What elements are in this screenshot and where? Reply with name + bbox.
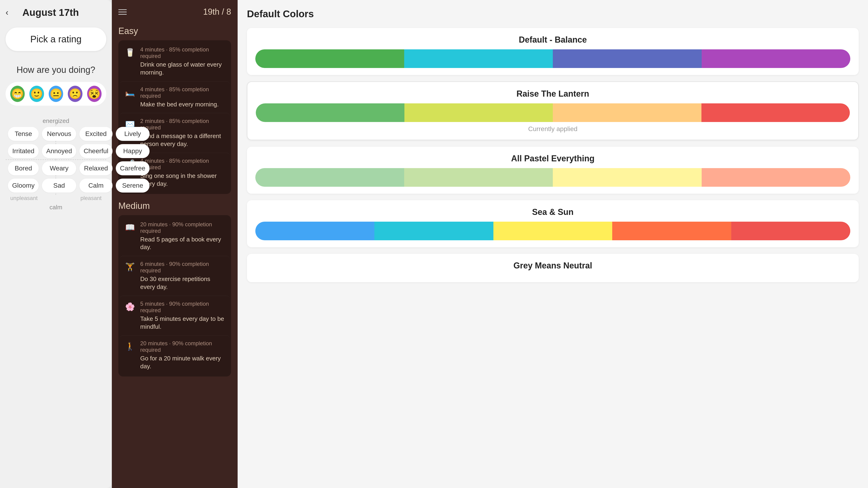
habit-walk-meta: 20 minutes · 90% completion required (140, 340, 225, 353)
section-easy-label: Easy (118, 26, 231, 36)
hamburger-menu[interactable] (118, 9, 127, 15)
theme-raise-lantern-bar (256, 103, 850, 122)
mood-tag-irritated[interactable]: Irritated (8, 144, 39, 158)
theme-sea-sun-bar (255, 222, 850, 240)
habit-exercise-text: 6 minutes · 90% completion required Do 3… (140, 261, 225, 291)
habit-walk[interactable]: 🚶 20 minutes · 90% completion required G… (120, 335, 230, 375)
mood-tag-nervous[interactable]: Nervous (42, 127, 76, 141)
color-seg-2 (404, 50, 553, 68)
habit-mindful[interactable]: 🌸 5 minutes · 90% completion required Ta… (120, 296, 230, 335)
mood-panel: ‹ August 17th Pick a rating How are you … (0, 0, 112, 488)
color-seg-2 (404, 103, 553, 122)
habit-bed-icon: 🛏️ (124, 86, 136, 98)
color-seg-3 (553, 50, 702, 68)
axis-bottom-label: calm (8, 204, 104, 211)
emoji-bad[interactable]: 🙁 (68, 86, 82, 102)
mood-tag-excited[interactable]: Excited (80, 127, 113, 141)
color-seg-1 (256, 103, 404, 122)
habit-exercise[interactable]: 🏋️ 6 minutes · 90% completion required D… (120, 256, 230, 296)
back-button[interactable]: ‹ (6, 8, 8, 18)
theme-sea-sun[interactable]: Sea & Sun (247, 200, 859, 247)
mood-tag-lively[interactable]: Lively (116, 127, 150, 141)
colors-title: Default Colors (247, 8, 859, 20)
habit-water-icon: 🥛 (124, 46, 136, 59)
medium-habits-section: 📖 20 minutes · 90% completion required R… (118, 215, 231, 377)
color-seg-3 (553, 168, 702, 187)
emoji-neutral[interactable]: 😐 (49, 86, 63, 102)
habits-header: 19th / 8 (118, 7, 231, 17)
mood-tag-serene[interactable]: Serene (116, 178, 150, 193)
theme-all-pastel[interactable]: All Pastel Everything (247, 147, 859, 194)
habit-bed[interactable]: 🛏️ 4 minutes · 85% completion required M… (120, 81, 230, 113)
mood-header: ‹ August 17th (6, 7, 106, 18)
theme-grey-neutral-title: Grey Means Neutral (255, 261, 850, 270)
color-seg-1 (255, 168, 404, 187)
how-doing-label: How are you doing? (6, 65, 106, 75)
pick-rating-button[interactable]: Pick a rating (6, 28, 106, 51)
habit-read-meta: 20 minutes · 90% completion required (140, 221, 225, 234)
mood-tag-carefree[interactable]: Carefree (116, 161, 150, 175)
color-seg-1 (255, 50, 404, 68)
theme-sea-sun-title: Sea & Sun (255, 207, 850, 217)
theme-all-pastel-bar (255, 168, 850, 187)
mood-tag-happy[interactable]: Happy (116, 144, 150, 158)
habit-bed-desc: Make the bed every morning. (140, 101, 225, 108)
mood-tag-relaxed[interactable]: Relaxed (80, 161, 113, 175)
habit-read-desc: Read 5 pages of a book every day. (140, 236, 225, 252)
color-seg-2 (374, 222, 493, 240)
habit-message-text: 2 minutes · 85% completion required Send… (140, 118, 225, 148)
theme-all-pastel-title: All Pastel Everything (255, 154, 850, 163)
color-seg-4 (612, 222, 731, 240)
color-seg-1 (255, 222, 374, 240)
color-seg-4 (702, 50, 850, 68)
axis-right-label: pleasant (81, 195, 101, 201)
habit-exercise-meta: 6 minutes · 90% completion required (140, 261, 225, 274)
theme-default-balance[interactable]: Default - Balance (247, 28, 859, 75)
habit-water[interactable]: 🥛 4 minutes · 85% completion required Dr… (120, 42, 230, 81)
theme-grey-neutral[interactable]: Grey Means Neutral (247, 254, 859, 282)
theme-default-balance-bar (255, 50, 850, 68)
mood-grid: Tense Nervous Excited Lively Irritated A… (8, 127, 104, 193)
theme-raise-lantern-title: Raise The Lantern (256, 89, 850, 99)
habit-water-meta: 4 minutes · 85% completion required (140, 46, 225, 59)
color-seg-2 (404, 168, 553, 187)
habit-message-meta: 2 minutes · 85% completion required (140, 118, 225, 131)
mood-tag-calm[interactable]: Calm (80, 178, 113, 193)
habits-date: 19th / 8 (203, 7, 231, 17)
axis-horizontal-labels: unpleasant pleasant (8, 195, 104, 201)
theme-default-balance-title: Default - Balance (255, 35, 850, 45)
theme-raise-lantern[interactable]: Raise The Lantern Currently applied (247, 82, 859, 140)
habit-mindful-meta: 5 minutes · 90% completion required (140, 300, 225, 314)
page-title: August 17th (22, 7, 79, 18)
axis-top-label: energized (8, 117, 104, 125)
habits-panel: 19th / 8 Easy 🥛 4 minutes · 85% completi… (112, 0, 238, 488)
mood-tag-cheerful[interactable]: Cheerful (80, 144, 113, 158)
mood-tag-gloomy[interactable]: Gloomy (8, 178, 39, 193)
habit-walk-desc: Go for a 20 minute walk every day. (140, 355, 225, 370)
currently-applied-label: Currently applied (256, 125, 850, 133)
habit-water-text: 4 minutes · 85% completion required Drin… (140, 46, 225, 76)
mood-chart: energized Tense Nervous Excited Lively I… (6, 117, 106, 211)
emoji-row: 😁 🙂 😐 🙁 😵 (6, 82, 106, 106)
color-seg-3 (553, 103, 702, 122)
habit-read[interactable]: 📖 20 minutes · 90% completion required R… (120, 217, 230, 256)
habit-mindful-text: 5 minutes · 90% completion required Take… (140, 300, 225, 331)
habit-water-desc: Drink one glass of water every morning. (140, 61, 225, 76)
habit-exercise-icon: 🏋️ (124, 261, 136, 273)
habit-exercise-desc: Do 30 exercise repetitions every day. (140, 275, 225, 291)
habit-read-text: 20 minutes · 90% completion required Rea… (140, 221, 225, 252)
emoji-great[interactable]: 😁 (10, 86, 25, 102)
habit-walk-icon: 🚶 (124, 340, 136, 352)
color-seg-4 (702, 168, 850, 187)
habit-sing-meta: 4 minutes · 85% completion required (140, 158, 225, 171)
emoji-good[interactable]: 🙂 (29, 86, 44, 102)
mood-tag-weary[interactable]: Weary (42, 161, 76, 175)
color-seg-3 (493, 222, 613, 240)
habit-read-icon: 📖 (124, 221, 136, 233)
mood-tag-sad[interactable]: Sad (42, 178, 76, 193)
mood-tag-tense[interactable]: Tense (8, 127, 39, 141)
habit-walk-text: 20 minutes · 90% completion required Go … (140, 340, 225, 370)
mood-tag-annoyed[interactable]: Annoyed (42, 144, 76, 158)
emoji-terrible[interactable]: 😵 (87, 86, 101, 102)
mood-tag-bored[interactable]: Bored (8, 161, 39, 175)
